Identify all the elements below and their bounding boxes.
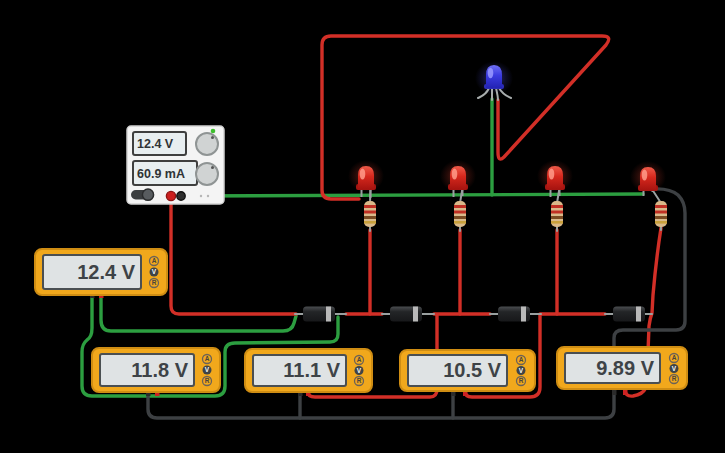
- diode-1[interactable]: [303, 307, 335, 322]
- power-toggle[interactable]: [131, 189, 154, 200]
- resistor-4[interactable]: [655, 201, 667, 227]
- resistor-3[interactable]: [551, 201, 563, 227]
- svg-text:V: V: [357, 367, 362, 374]
- red-led-2[interactable]: [440, 160, 476, 197]
- diode-3[interactable]: [498, 307, 530, 322]
- svg-text:V: V: [205, 366, 210, 373]
- svg-text:V: V: [672, 365, 677, 372]
- supply-voltage-value: 12.4 V: [137, 137, 174, 151]
- diode-4[interactable]: [613, 307, 645, 322]
- circuit-canvas: 12.4 V 60.9 mA 12.4 V A V: [0, 0, 725, 453]
- wire-supply-positive[interactable]: [171, 201, 296, 314]
- resistor-1[interactable]: [364, 201, 376, 227]
- multimeter-1[interactable]: 12.4 V A V R: [35, 249, 167, 298]
- svg-text:A: A: [357, 356, 362, 363]
- multimeter-2[interactable]: 11.8 V A V R: [92, 348, 220, 396]
- blue-led[interactable]: [475, 61, 513, 100]
- svg-text:A: A: [205, 355, 210, 362]
- red-led-4[interactable]: [630, 161, 666, 196]
- multimeter-1-reading: 12.4 V: [77, 261, 135, 283]
- multimeter-3[interactable]: 11.1 V A V R: [245, 349, 372, 396]
- red-led-1[interactable]: [348, 160, 384, 198]
- svg-text:R: R: [357, 377, 362, 384]
- red-leds: [348, 160, 666, 198]
- svg-text:A: A: [152, 257, 157, 264]
- wire-meter5-red-probe[interactable]: [625, 389, 645, 396]
- positive-terminal[interactable]: [166, 191, 175, 200]
- diode-2[interactable]: [390, 307, 422, 322]
- svg-text:R: R: [672, 375, 677, 382]
- multimeter-5-reading: 9.89 V: [596, 357, 654, 379]
- multimeter-2-reading: 11.8 V: [131, 359, 188, 381]
- power-supply[interactable]: 12.4 V 60.9 mA: [127, 126, 224, 204]
- voltage-knob-icon[interactable]: [196, 133, 218, 155]
- svg-text:V: V: [152, 268, 157, 275]
- wire-resistor4-node[interactable]: [648, 228, 661, 352]
- multimeter-4-reading: 10.5 V: [443, 359, 501, 381]
- svg-text:R: R: [519, 377, 524, 384]
- red-led-3[interactable]: [537, 160, 573, 197]
- resistor-2[interactable]: [454, 201, 466, 227]
- svg-text:A: A: [672, 354, 677, 361]
- negative-terminal[interactable]: [177, 192, 185, 200]
- multimeter-4[interactable]: 10.5 V A V R: [400, 350, 535, 396]
- current-knob-icon[interactable]: [196, 163, 218, 185]
- svg-text:V: V: [519, 367, 524, 374]
- svg-text:A: A: [519, 356, 524, 363]
- multimeter-5[interactable]: 9.89 V A V R: [557, 347, 687, 395]
- svg-text:R: R: [152, 279, 157, 286]
- svg-text:R: R: [205, 377, 210, 384]
- supply-current-value: 60.9 mA: [137, 167, 185, 181]
- wire-ground-rail[interactable]: [182, 194, 643, 196]
- power-indicator-led: [211, 129, 216, 134]
- multimeter-3-reading: 11.1 V: [283, 359, 340, 381]
